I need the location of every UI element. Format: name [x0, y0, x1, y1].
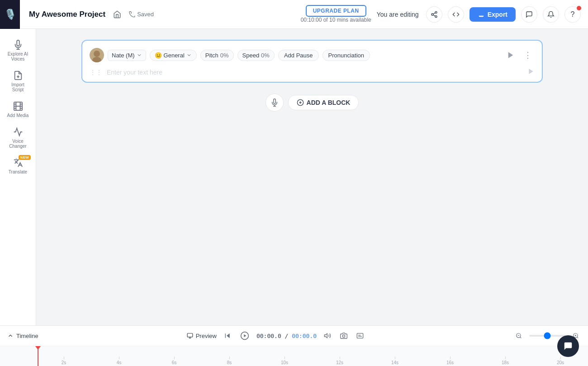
logo-icon: 🎙️	[4, 9, 16, 20]
avatar	[90, 48, 104, 62]
add-block-row: ADD A BLOCK	[266, 94, 359, 112]
volume-icon	[324, 332, 331, 339]
saved-text: Saved	[137, 11, 154, 18]
help-button[interactable]: ?	[564, 6, 581, 23]
mic-record-icon	[270, 99, 279, 107]
add-block-label: ADD A BLOCK	[307, 99, 351, 106]
main-layout: Explore AI Voices Import Script Add Medi…	[0, 29, 588, 325]
zoom-out-button[interactable]	[514, 331, 524, 341]
svg-rect-27	[187, 333, 193, 337]
pitch-label: Pitch	[205, 52, 218, 59]
camera-icon	[340, 332, 347, 339]
svg-marker-21	[529, 69, 533, 74]
ruler-mark: 8s	[202, 357, 257, 366]
avatar-image	[90, 48, 104, 62]
zoom-controls	[529, 335, 565, 337]
svg-marker-33	[244, 334, 246, 338]
logo: 🎙️	[0, 0, 20, 29]
sidebar-item-voice-changer[interactable]: Voice Changer	[3, 123, 33, 152]
skip-back-icon	[224, 332, 231, 339]
file-import-icon	[13, 70, 23, 80]
mic-record-button[interactable]	[266, 94, 284, 112]
ruler-mark: 6s	[147, 357, 202, 366]
total-time: 00:00.0	[292, 333, 317, 339]
chevron-up-icon	[7, 333, 14, 339]
timeline-ruler: 2s4s6s8s10s12s14s16s18s20s	[0, 346, 588, 366]
svg-line-3	[433, 15, 435, 16]
export-button[interactable]: Export	[469, 7, 516, 22]
pitch-button[interactable]: Pitch 0%	[200, 50, 234, 61]
skip-back-button[interactable]	[222, 330, 233, 341]
voice-block-header: Nate (M) 😐 General Pitch 0% Speed 0% Add…	[90, 48, 535, 62]
content-area: Nate (M) 😐 General Pitch 0% Speed 0% Add…	[36, 29, 588, 325]
time-available: 00:10:00 of 10 mins available	[301, 17, 371, 24]
timeline-controls: Timeline Preview 00:00.0 / 00:00.0	[0, 326, 588, 346]
svg-point-1	[432, 14, 433, 15]
svg-point-18	[94, 51, 100, 57]
svg-point-0	[435, 11, 437, 13]
chat-fab-icon	[563, 341, 573, 351]
voice-name-button[interactable]: Nate (M)	[108, 50, 146, 61]
sidebar-item-label: Import Script	[11, 82, 24, 92]
sidebar-item-import-script[interactable]: Import Script	[3, 67, 33, 96]
text-input[interactable]	[107, 69, 523, 76]
upgrade-button[interactable]: UPGRADE PLAN	[306, 5, 366, 17]
ruler-marks: 2s4s6s8s10s12s14s16s18s20s	[0, 346, 588, 366]
play-timeline-button[interactable]	[238, 329, 251, 342]
sidebar: Explore AI Voices Import Script Add Medi…	[0, 29, 36, 325]
add-block-button[interactable]: ADD A BLOCK	[288, 95, 359, 110]
sidebar-item-explore-ai[interactable]: Explore AI Voices	[3, 36, 33, 65]
ruler-mark: 2s	[36, 357, 91, 366]
play-timeline-icon	[240, 331, 249, 340]
chat-fab[interactable]	[557, 335, 579, 357]
sidebar-item-label: Translate	[9, 169, 27, 174]
time-separator: /	[285, 333, 289, 339]
timeline-section: Timeline	[7, 333, 38, 339]
playhead	[38, 346, 38, 366]
code-button[interactable]	[448, 6, 464, 23]
ruler-mark: 14s	[367, 357, 422, 366]
project-title: My Awesome Project	[29, 10, 105, 19]
speed-button[interactable]: Speed 0%	[237, 50, 275, 61]
mic-icon	[13, 40, 23, 50]
plus-circle-icon	[297, 99, 304, 106]
zoom-out-icon	[516, 333, 522, 339]
subtitles-icon	[356, 332, 364, 339]
drag-handle[interactable]: ⋮⋮	[90, 69, 102, 76]
preview-label-text: Preview	[196, 333, 217, 339]
notifications-button[interactable]	[543, 6, 559, 23]
more-options-button[interactable]: ⋮	[521, 48, 535, 62]
pitch-value: 0%	[220, 52, 229, 59]
zoom-slider[interactable]	[529, 335, 565, 337]
speed-value: 0%	[261, 52, 270, 59]
subtitles-button[interactable]	[355, 330, 365, 341]
ruler-mark: 12s	[312, 357, 367, 366]
svg-line-40	[520, 337, 522, 338]
play-inline-icon	[527, 68, 535, 75]
play-inline-button[interactable]	[527, 68, 535, 76]
waveform-icon	[13, 127, 23, 137]
sidebar-item-translate[interactable]: NEW Translate	[3, 154, 33, 178]
add-pause-button[interactable]: Add Pause	[278, 50, 319, 61]
emotion-button[interactable]: 😐 General	[150, 50, 197, 61]
home-button[interactable]	[111, 8, 123, 21]
current-time: 00:00.0	[256, 333, 281, 339]
timeline-label-text: Timeline	[16, 333, 38, 339]
chat-button[interactable]	[521, 6, 537, 23]
emotion-icon: 😐	[155, 52, 162, 59]
ruler-mark: 4s	[91, 357, 147, 366]
sidebar-item-add-media[interactable]: Add Media	[3, 98, 33, 122]
saved-badge: Saved	[129, 11, 154, 18]
play-block-button[interactable]	[504, 48, 517, 62]
play-icon	[507, 51, 515, 59]
camera-button[interactable]	[338, 330, 349, 341]
pronunciation-button[interactable]: Pronunciation	[322, 50, 370, 61]
ruler-mark: 10s	[257, 357, 312, 366]
chevron-down-icon	[137, 52, 142, 58]
sidebar-item-label: Add Media	[7, 113, 29, 118]
volume-button[interactable]	[322, 330, 333, 341]
share-button[interactable]	[426, 6, 442, 23]
topbar: 🎙️ My Awesome Project Saved UPGRADE PLAN…	[0, 0, 588, 29]
svg-marker-34	[324, 333, 327, 338]
svg-line-43	[577, 337, 579, 338]
